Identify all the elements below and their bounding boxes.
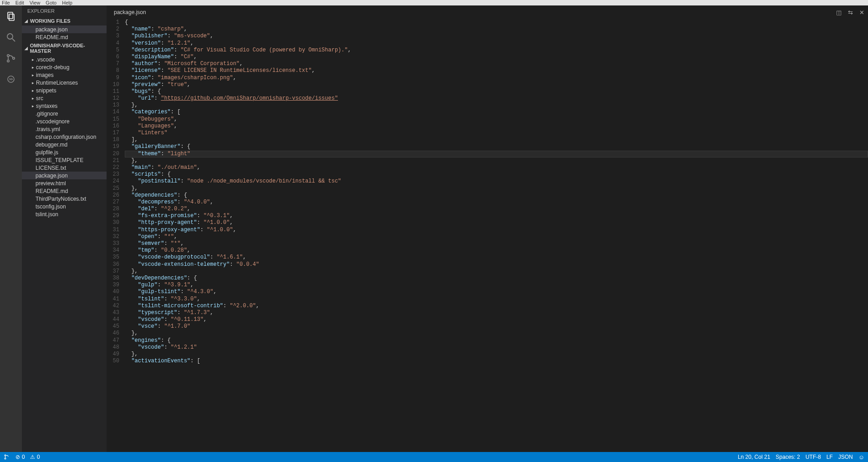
file-item[interactable]: README.md: [22, 187, 107, 195]
file-item[interactable]: .vscodeignore: [22, 117, 107, 125]
working-file[interactable]: package.json: [22, 25, 107, 33]
errors-count: 0: [22, 454, 25, 460]
git-icon[interactable]: [4, 51, 18, 66]
folder-item[interactable]: ▸syntaxes: [22, 102, 107, 110]
editor-body[interactable]: 1234567891011121314151617181920212223242…: [107, 19, 868, 452]
menu-view[interactable]: View: [30, 0, 41, 5]
svg-rect-0: [8, 12, 13, 19]
language-mode[interactable]: JSON: [838, 454, 853, 460]
sidebar-explorer: EXPLORER ◢ WORKING FILES package.jsonREA…: [22, 5, 107, 452]
chevron-down-icon: ◢: [25, 19, 30, 23]
file-item[interactable]: package.json: [22, 172, 107, 179]
file-item[interactable]: debugger.md: [22, 141, 107, 148]
editor-area: package.json ◫ ⇆ ✕ 123456789101112131415…: [107, 5, 868, 452]
chevron-down-icon: ◢: [25, 46, 30, 51]
svg-point-8: [5, 455, 6, 456]
search-icon[interactable]: [4, 30, 18, 45]
warnings-icon: ⚠: [30, 454, 35, 460]
file-item[interactable]: preview.html: [22, 179, 107, 187]
file-item[interactable]: tslint.json: [22, 210, 107, 218]
file-item[interactable]: ISSUE_TEMPLATE: [22, 156, 107, 164]
folder-item[interactable]: ▸images: [22, 71, 107, 79]
menu-file[interactable]: File: [2, 0, 10, 5]
file-item[interactable]: ThirdPartyNotices.txt: [22, 195, 107, 203]
folder-item[interactable]: ▸src: [22, 94, 107, 102]
explorer-icon[interactable]: [4, 9, 18, 24]
folder-item[interactable]: ▸RuntimeLicenses: [22, 79, 107, 86]
file-item[interactable]: gulpfile.js: [22, 148, 107, 156]
feedback-icon[interactable]: ☺: [858, 454, 864, 461]
menu-edit[interactable]: Edit: [15, 0, 24, 5]
project-header[interactable]: ◢ OMNISHARP-VSCODE-MASTER: [22, 41, 107, 56]
tab-row: package.json ◫ ⇆ ✕: [107, 5, 868, 19]
svg-point-2: [7, 34, 13, 39]
svg-point-5: [7, 60, 9, 62]
svg-rect-1: [9, 14, 14, 20]
folder-item[interactable]: ▸.vscode: [22, 56, 107, 63]
indent-spaces[interactable]: Spaces: 2: [776, 454, 800, 460]
encoding[interactable]: UTF-8: [806, 454, 821, 460]
file-item[interactable]: csharp.configuration.json: [22, 133, 107, 141]
cursor-position[interactable]: Ln 20, Col 21: [738, 454, 770, 460]
debug-icon[interactable]: [4, 72, 18, 86]
file-item[interactable]: .travis.yml: [22, 125, 107, 133]
eol[interactable]: LF: [827, 454, 833, 460]
menu-goto[interactable]: Goto: [46, 0, 56, 5]
working-files-label: WORKING FILES: [30, 18, 71, 24]
svg-line-3: [12, 39, 15, 41]
line-gutter: 1234567891011121314151617181920212223242…: [107, 19, 125, 365]
working-files-header[interactable]: ◢ WORKING FILES: [22, 16, 107, 25]
activity-bar: [0, 5, 22, 452]
file-item[interactable]: tsconfig.json: [22, 203, 107, 210]
tab-package-json[interactable]: package.json: [110, 5, 150, 19]
status-bar: ⊘0 ⚠0 Ln 20, Col 21 Spaces: 2 UTF-8 LF J…: [0, 452, 868, 462]
errors-icon: ⊘: [15, 454, 20, 460]
split-editor-icon[interactable]: ◫: [836, 9, 842, 16]
svg-point-4: [7, 55, 9, 56]
file-item[interactable]: LICENSE.txt: [22, 164, 107, 172]
git-status-icon[interactable]: [4, 454, 10, 460]
menu-help[interactable]: Help: [62, 0, 72, 5]
file-item[interactable]: .gitignore: [22, 110, 107, 117]
project-header-label: OMNISHARP-VSCODE-MASTER: [30, 43, 104, 54]
menubar: FileEditViewGotoHelp: [0, 0, 868, 5]
errors-warnings[interactable]: ⊘0 ⚠0: [15, 454, 40, 460]
code-content[interactable]: { "name": "csharp", "publisher": "ms-vsc…: [125, 19, 868, 365]
working-file[interactable]: README.md: [22, 33, 107, 41]
close-editor-icon[interactable]: ✕: [859, 9, 864, 16]
more-actions-icon[interactable]: ⇆: [848, 9, 853, 16]
folder-item[interactable]: ▸coreclr-debug: [22, 63, 107, 71]
sidebar-title: EXPLORER: [22, 5, 107, 16]
folder-item[interactable]: ▸snippets: [22, 86, 107, 94]
warnings-count: 0: [37, 454, 40, 460]
svg-point-9: [5, 458, 6, 459]
